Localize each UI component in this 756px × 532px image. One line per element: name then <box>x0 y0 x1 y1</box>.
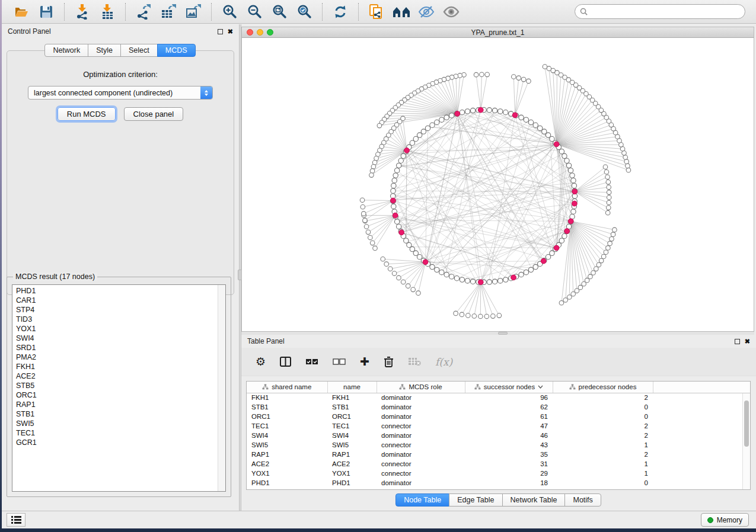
network-canvas[interactable] <box>242 38 754 331</box>
control-panel-title: Control Panel <box>8 27 51 36</box>
mcds-result-item[interactable]: YOX1 <box>16 324 225 334</box>
export-table-button[interactable] <box>156 2 181 22</box>
table-settings-button[interactable]: ⚙ <box>256 353 266 371</box>
criterion-dropdown[interactable]: largest connected component (undirected) <box>28 86 213 100</box>
float-panel-icon[interactable] <box>735 339 740 344</box>
status-bar: Memory <box>2 511 756 528</box>
table-row[interactable]: SWI4SWI4dominator462 <box>247 431 751 440</box>
export-image-button[interactable] <box>181 2 206 22</box>
mcds-list-scrollbar[interactable] <box>218 285 225 491</box>
share-document-button[interactable] <box>364 2 389 22</box>
zoom-out-button[interactable] <box>242 2 267 22</box>
table-row[interactable]: TEC1TEC1connector472 <box>247 421 751 431</box>
network-window-titlebar[interactable]: YPA_prune.txt_1 <box>242 27 754 38</box>
column-header-name[interactable]: name <box>327 382 377 393</box>
toolbar-separator <box>64 3 65 21</box>
float-panel-icon[interactable] <box>218 29 223 34</box>
save-session-button[interactable] <box>34 2 59 22</box>
function-icon: f(x) <box>435 356 452 368</box>
mcds-result-item[interactable]: GCR1 <box>16 438 225 447</box>
import-network-button[interactable] <box>70 2 95 22</box>
close-panel-button[interactable]: Close panel <box>124 107 184 121</box>
import-table-icon <box>100 4 114 20</box>
table-row[interactable]: SWI5SWI5connector431 <box>247 440 751 450</box>
tab-network-table[interactable]: Network Table <box>502 493 566 507</box>
tab-network[interactable]: Network <box>44 44 88 57</box>
open-folder-icon <box>14 5 29 19</box>
search-input[interactable] <box>591 8 740 16</box>
tab-select[interactable]: Select <box>120 44 158 57</box>
table-row[interactable]: FKH1FKH1dominator962 <box>247 393 751 402</box>
column-header-predecessor-nodes[interactable]: predecessor nodes <box>553 382 653 393</box>
sort-desc-icon <box>538 385 543 389</box>
tab-style[interactable]: Style <box>88 44 121 57</box>
table-row[interactable]: STB1STB1dominator620 <box>247 402 751 412</box>
table-row[interactable]: PHD1PHD1dominator180 <box>247 478 751 488</box>
trash-icon <box>384 356 394 367</box>
create-column-button[interactable]: ✚ <box>360 353 369 371</box>
mcds-result-item[interactable]: TID3 <box>16 315 225 324</box>
tab-mcds[interactable]: MCDS <box>157 44 196 57</box>
table-toolbar: ⚙ ✚ f <box>241 348 756 376</box>
columns-icon <box>280 357 291 367</box>
show-graphics-details-button[interactable] <box>439 2 464 22</box>
close-panel-icon[interactable]: ✖ <box>228 28 233 35</box>
mcds-result-box: PHD1CAR1STP4TID3YOX1SWI4SRD1PMA2FKH1ACE2… <box>12 284 226 492</box>
unselect-all-columns-button[interactable] <box>333 353 346 371</box>
binoculars-icon <box>393 5 410 18</box>
table-tabs: Node Table Edge Table Network Table Moti… <box>241 493 756 507</box>
import-table-button[interactable] <box>95 2 120 22</box>
mcds-result-item[interactable]: STP4 <box>16 305 225 315</box>
mcds-result-item[interactable]: SRD1 <box>16 343 225 352</box>
memory-button[interactable]: Memory <box>701 513 749 527</box>
table-row[interactable]: ACE2ACE2connector311 <box>247 459 751 469</box>
memory-status-icon <box>707 517 713 523</box>
show-task-history-button[interactable] <box>7 513 25 527</box>
mcds-result-item[interactable]: ORC1 <box>16 390 225 400</box>
mcds-result-item[interactable]: TEC1 <box>16 428 225 438</box>
zoom-out-icon <box>247 4 262 19</box>
delete-column-button[interactable] <box>384 353 394 371</box>
mcds-result-item[interactable]: PHD1 <box>16 286 225 296</box>
delete-table-button-disabled <box>408 353 421 371</box>
mcds-result-item[interactable]: FKH1 <box>16 362 225 371</box>
zoom-in-button[interactable] <box>217 2 242 22</box>
export-table-icon <box>161 4 176 20</box>
mcds-result-item[interactable]: SWI4 <box>16 334 225 343</box>
toolbar-separator <box>211 3 212 21</box>
eye-icon <box>443 5 460 18</box>
mcds-result-item[interactable]: SWI5 <box>16 419 225 428</box>
mcds-result-item[interactable]: PMA2 <box>16 352 225 362</box>
table-row[interactable]: YOX1YOX1connector291 <box>247 469 751 478</box>
show-columns-button[interactable] <box>280 353 291 371</box>
unselect-all-icon <box>333 358 346 365</box>
open-file-button[interactable] <box>9 2 34 22</box>
tab-edge-table[interactable]: Edge Table <box>449 493 502 507</box>
shared-column-icon <box>474 384 481 390</box>
refresh-button[interactable] <box>328 2 353 22</box>
run-mcds-button[interactable]: Run MCDS <box>58 107 116 121</box>
mcds-result-item[interactable]: STB5 <box>16 381 225 390</box>
tab-motifs[interactable]: Motifs <box>564 493 601 507</box>
mcds-result-item[interactable]: STB1 <box>16 409 225 419</box>
find-button[interactable] <box>389 2 414 22</box>
column-header-successor-nodes[interactable]: successor nodes <box>465 382 553 393</box>
table-row[interactable]: ORC1ORC1dominator610 <box>247 412 751 421</box>
table-scrollbar[interactable] <box>742 393 750 489</box>
table-panel: Table Panel ✖ ⚙ <box>241 335 756 511</box>
select-all-columns-button[interactable] <box>305 353 318 371</box>
close-panel-icon[interactable]: ✖ <box>745 338 750 345</box>
tab-node-table[interactable]: Node Table <box>395 493 449 507</box>
table-scrollbar-thumb[interactable] <box>744 400 749 447</box>
column-header-mcds-role[interactable]: MCDS role <box>377 382 465 393</box>
gear-icon: ⚙ <box>256 356 266 367</box>
zoom-fit-button[interactable] <box>267 2 292 22</box>
table-row[interactable]: RAP1RAP1dominator352 <box>247 450 751 459</box>
hide-graphics-details-button[interactable] <box>414 2 439 22</box>
zoom-selected-button[interactable] <box>292 2 317 22</box>
export-network-button[interactable] <box>131 2 156 22</box>
column-header-shared-name[interactable]: shared name <box>247 382 327 393</box>
mcds-result-item[interactable]: ACE2 <box>16 371 225 381</box>
mcds-result-item[interactable]: CAR1 <box>16 296 225 305</box>
mcds-result-item[interactable]: RAP1 <box>16 400 225 409</box>
